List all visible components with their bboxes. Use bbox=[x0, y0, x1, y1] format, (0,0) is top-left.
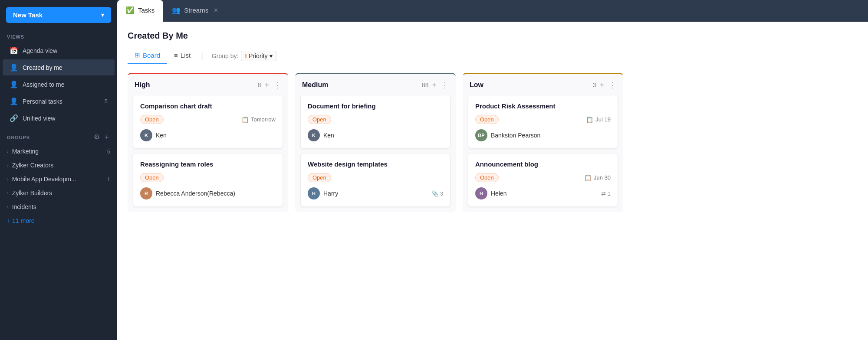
card-title: Product Risk Assessment bbox=[475, 102, 611, 110]
status-badge: Open bbox=[475, 115, 499, 124]
column-medium-header: Medium 88 + ⋮ bbox=[295, 73, 456, 95]
card-assignee: K Ken bbox=[140, 129, 276, 141]
card-document-briefing[interactable]: Document for briefing Open K Ken bbox=[300, 95, 450, 149]
chevron-right-icon: › bbox=[7, 177, 9, 182]
sidebar-item-created-by-me[interactable]: 👤 Created by me bbox=[3, 59, 115, 75]
card-website-design[interactable]: Website design templates Open H Harry bbox=[300, 153, 450, 207]
subtask-icon: ⇄ bbox=[601, 190, 606, 197]
status-badge: Open bbox=[140, 173, 164, 182]
group-by-control: Group by: ! Priority ▾ bbox=[212, 51, 276, 61]
settings-icon[interactable]: ⚙ bbox=[94, 133, 100, 142]
card-meta: Open bbox=[140, 173, 276, 182]
chevron-right-icon: › bbox=[7, 163, 9, 168]
column-low-title: Low bbox=[470, 81, 589, 89]
sidebar-item-unified-view[interactable]: 🔗 Unified view bbox=[3, 110, 115, 126]
sidebar-item-agenda[interactable]: 📅 Agenda view bbox=[3, 42, 115, 59]
list-icon: ≡ bbox=[174, 52, 178, 59]
close-streams-icon[interactable]: ✕ bbox=[214, 7, 218, 13]
avatar-initials: K bbox=[312, 133, 316, 138]
sidebar-group-zylker-builders[interactable]: › Zylker Builders bbox=[0, 186, 117, 200]
more-groups-link[interactable]: + 11 more bbox=[0, 214, 117, 228]
add-card-icon[interactable]: + bbox=[432, 81, 437, 90]
tab-tasks[interactable]: ✅ Tasks bbox=[117, 0, 163, 22]
group-by-label: Group by: bbox=[212, 52, 238, 59]
add-group-icon[interactable]: ＋ bbox=[103, 133, 110, 142]
group-incidents-label: Incidents bbox=[12, 203, 36, 210]
chevron-down-icon: ▾ bbox=[101, 12, 104, 18]
avatar: K bbox=[140, 129, 152, 141]
assignee-name: Helen bbox=[491, 190, 507, 197]
card-announcement-blog[interactable]: Announcement blog Open 📋 Jun 30 H bbox=[468, 153, 618, 207]
card-meta: Open 📋 Tomorrow bbox=[140, 115, 276, 124]
tab-streams[interactable]: 👥 Streams ✕ bbox=[163, 0, 227, 22]
card-assignee: K Ken bbox=[308, 129, 443, 141]
sidebar-item-personal-label: Personal tasks bbox=[23, 98, 62, 105]
column-low-actions: + ⋮ bbox=[599, 80, 616, 90]
tasks-tab-icon: ✅ bbox=[126, 6, 135, 14]
assignee-name: Bankston Pearson bbox=[491, 132, 540, 139]
tab-board[interactable]: ⊞ Board bbox=[128, 48, 167, 64]
content-area: Created By Me ⊞ Board ≡ List | Group by:… bbox=[117, 22, 868, 340]
streams-tab-icon: 👥 bbox=[172, 6, 181, 14]
sidebar-item-personal-tasks[interactable]: 👤 Personal tasks 5 bbox=[3, 93, 115, 109]
card-comparison-chart[interactable]: Comparison chart draft Open 📋 Tomorrow K bbox=[133, 95, 283, 149]
column-high-header: High 8 + ⋮ bbox=[128, 73, 288, 95]
sidebar-item-assigned-to-me[interactable]: 👤 Assigned to me bbox=[3, 76, 115, 92]
status-badge: Open bbox=[308, 115, 331, 124]
card-date-value: Jun 30 bbox=[594, 174, 611, 181]
sidebar: New Task ▾ VIEWS 📅 Agenda view 👤 Created… bbox=[0, 0, 117, 340]
column-medium-actions: + ⋮ bbox=[432, 80, 449, 90]
groups-actions[interactable]: ⚙ ＋ bbox=[94, 133, 110, 142]
groups-header: GROUPS ⚙ ＋ bbox=[0, 127, 117, 144]
card-reassigning-team[interactable]: Reassigning team roles Open R Rebecca An… bbox=[133, 153, 283, 207]
attachment-count: 3 bbox=[440, 190, 443, 197]
marketing-badge: 5 bbox=[107, 148, 110, 155]
group-by-dropdown[interactable]: ! Priority ▾ bbox=[241, 51, 276, 61]
assignee-name: Rebecca Anderson(Rebecca) bbox=[156, 190, 235, 197]
subtask-count: 1 bbox=[608, 190, 611, 197]
card-product-risk[interactable]: Product Risk Assessment Open 📋 Jul 19 BP bbox=[468, 95, 618, 149]
card-meta: Open bbox=[308, 173, 443, 182]
sidebar-group-marketing[interactable]: › Marketing 5 bbox=[0, 144, 117, 158]
calendar-icon: 📋 bbox=[241, 116, 249, 123]
card-meta: Open bbox=[308, 115, 443, 124]
view-tabs: ⊞ Board ≡ List | Group by: ! Priority ▾ bbox=[128, 48, 858, 64]
column-high-cards: Comparison chart draft Open 📋 Tomorrow K bbox=[128, 95, 288, 212]
column-medium-count: 88 bbox=[422, 82, 429, 88]
sidebar-group-mobile-app[interactable]: › Mobile App Developm... 1 bbox=[0, 172, 117, 186]
card-title: Announcement blog bbox=[475, 160, 611, 168]
avatar-initials: H bbox=[480, 191, 483, 196]
assignee-name: Ken bbox=[156, 132, 167, 139]
card-title: Document for briefing bbox=[308, 102, 443, 110]
column-high: High 8 + ⋮ Comparison chart draft Open bbox=[128, 73, 288, 212]
group-marketing-label: Marketing bbox=[12, 148, 39, 155]
card-title: Reassigning team roles bbox=[140, 160, 276, 168]
column-high-title: High bbox=[135, 81, 254, 89]
more-options-icon[interactable]: ⋮ bbox=[273, 80, 281, 90]
chevron-right-icon: › bbox=[7, 190, 9, 196]
sidebar-item-agenda-label: Agenda view bbox=[23, 47, 57, 54]
more-options-icon[interactable]: ⋮ bbox=[608, 80, 616, 90]
chevron-down-icon: ▾ bbox=[270, 52, 273, 59]
avatar-initials: H bbox=[312, 191, 316, 196]
chevron-right-icon: › bbox=[7, 204, 9, 209]
personal-badge: 5 bbox=[105, 98, 108, 105]
card-title: Website design templates bbox=[308, 160, 443, 168]
board-icon: ⊞ bbox=[135, 51, 140, 59]
card-subtasks: ⇄ 1 bbox=[601, 190, 611, 197]
sidebar-group-incidents[interactable]: › Incidents bbox=[0, 200, 117, 214]
avatar: H bbox=[308, 187, 320, 199]
assignee-name: Harry bbox=[323, 190, 338, 197]
more-options-icon[interactable]: ⋮ bbox=[441, 80, 449, 90]
new-task-button[interactable]: New Task ▾ bbox=[6, 7, 111, 23]
column-high-count: 8 bbox=[258, 82, 261, 88]
tab-tasks-label: Tasks bbox=[138, 7, 155, 14]
add-card-icon[interactable]: + bbox=[264, 81, 269, 90]
card-attachments: 📎 3 bbox=[431, 190, 443, 197]
add-card-icon[interactable]: + bbox=[599, 81, 604, 90]
assignee-name: Ken bbox=[323, 132, 334, 139]
column-medium-cards: Document for briefing Open K Ken bbox=[295, 95, 456, 212]
group-mobile-label: Mobile App Developm... bbox=[12, 176, 76, 183]
tab-list[interactable]: ≡ List bbox=[167, 48, 197, 64]
sidebar-group-zylker-creators[interactable]: › Zylker Creators bbox=[0, 158, 117, 172]
